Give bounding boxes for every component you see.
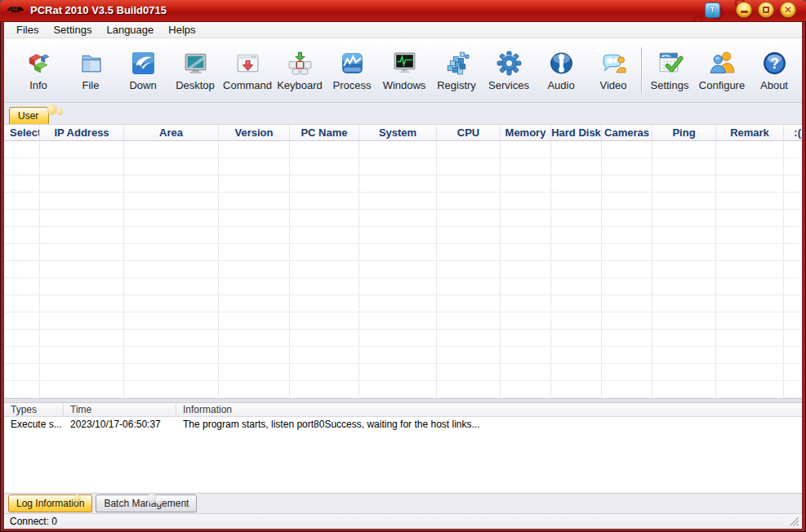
about-question-icon: ? (761, 50, 788, 77)
column-header-remark[interactable]: Remark (716, 125, 784, 140)
log-column-types[interactable]: Types (4, 403, 64, 416)
column-header-clipped[interactable]: :( (784, 125, 802, 140)
toolbar-button-services[interactable]: Services (483, 42, 535, 98)
table-column (602, 141, 652, 398)
table-column (219, 141, 290, 398)
toolbar-button-settings[interactable]: APRIL Settings (643, 42, 696, 98)
log-column-information[interactable]: Information (176, 403, 802, 416)
column-header-ping[interactable]: Ping (652, 125, 716, 140)
process-graph-icon (339, 50, 366, 77)
status-bar: Connect: 0 (4, 513, 802, 529)
table-column (501, 141, 551, 398)
table-column (716, 141, 784, 398)
toolbar-button-video[interactable]: Video (587, 42, 639, 98)
menu-bar: Files Settings Language Helps (4, 22, 802, 38)
connect-count-text: Connect: 0 (10, 516, 57, 527)
log-cell-time: 2023/10/17-06:50:37 (64, 417, 176, 432)
svg-text:?: ? (770, 55, 779, 72)
download-swallow-icon (130, 50, 157, 77)
column-header-select[interactable]: Select (4, 125, 40, 140)
column-header-system[interactable]: System (359, 125, 437, 140)
toolbar-button-info[interactable]: Info (12, 42, 65, 98)
title-bar[interactable]: PCRat 2010 V3.5 Build0715 ✕ (0, 0, 806, 22)
tab-user[interactable]: User (9, 107, 49, 124)
table-column (124, 141, 219, 398)
view-tabstrip: User (4, 103, 802, 124)
info-blocks-icon (25, 50, 52, 77)
toolbar-button-down[interactable]: Down (117, 42, 169, 98)
toolbar-button-registry[interactable]: Registry (430, 42, 483, 98)
column-header-ip-address[interactable]: IP Address (40, 125, 124, 140)
window-title: PCRat 2010 V3.5 Build0715 (30, 4, 705, 16)
resize-grip-icon[interactable] (789, 516, 800, 527)
log-row[interactable]: Execute s... 2023/10/17-06:50:37 The pro… (4, 417, 802, 432)
toolbar-label: Process (333, 79, 372, 91)
app-window: PCRat 2010 V3.5 Build0715 ✕ Files Settin… (0, 0, 806, 532)
column-header-hard-disk[interactable]: Hard Disk (551, 125, 602, 140)
shirt-icon (707, 5, 718, 16)
table-column (290, 141, 359, 398)
column-header-version[interactable]: Version (219, 125, 290, 140)
table-column (551, 141, 602, 398)
toolbar-label: Windows (383, 79, 426, 91)
minimize-button[interactable] (736, 2, 752, 18)
toolbar-button-windows[interactable]: Windows (378, 42, 430, 98)
bottom-tabstrip: Log Information Batch Management (4, 493, 802, 513)
toolbar-separator (641, 47, 642, 93)
column-header-memory[interactable]: Memory (501, 125, 551, 140)
log-cell-information: The program starts, listen port80Success… (176, 417, 802, 432)
table-column (4, 141, 40, 398)
svg-text:APRIL: APRIL (661, 55, 671, 58)
toolbar-button-file[interactable]: File (65, 42, 117, 98)
title-controls: ✕ (705, 2, 796, 18)
desktop-monitor-icon (182, 50, 209, 77)
log-cell-type: Execute s... (4, 417, 64, 432)
video-chat-icon (600, 50, 627, 77)
toolbar-label: Settings (651, 79, 689, 91)
toolbar-label: Command (223, 79, 272, 91)
log-table-body[interactable]: Execute s... 2023/10/17-06:50:37 The pro… (4, 417, 802, 493)
services-gear-icon (496, 50, 523, 77)
user-table-body[interactable] (4, 141, 802, 398)
toolbar-button-keyboard[interactable]: Keyboard (274, 42, 326, 98)
column-header-area[interactable]: Area (124, 125, 219, 140)
toolbar-label: Desktop (176, 79, 215, 91)
user-table-header: Select IP Address Area Version PC Name S… (4, 124, 802, 141)
toolbar-label: Video (599, 79, 626, 91)
toolbar-label: About (760, 79, 788, 91)
log-table-header: Types Time Information (4, 402, 802, 417)
toolbar: Info File Down (4, 38, 802, 103)
toolbar-label: Audio (547, 79, 574, 91)
decor-bubble (156, 498, 163, 504)
toolbar-label: Configure (699, 79, 745, 91)
menu-settings[interactable]: Settings (46, 22, 99, 38)
column-header-cameras[interactable]: Cameras (602, 125, 652, 140)
settings-calendar-icon: APRIL (657, 50, 684, 77)
log-column-time[interactable]: Time (64, 403, 176, 416)
bat-app-icon (7, 3, 24, 17)
toolbar-button-about[interactable]: ? About (748, 42, 800, 98)
toolbar-button-process[interactable]: Process (326, 42, 378, 98)
table-column (359, 141, 437, 398)
menu-helps[interactable]: Helps (161, 22, 203, 38)
column-header-cpu[interactable]: CPU (437, 125, 501, 140)
decor-bubble (73, 494, 81, 502)
table-column (40, 141, 124, 398)
toolbar-button-command[interactable]: Command (221, 42, 274, 98)
close-button[interactable]: ✕ (780, 2, 796, 18)
toolbar-button-configure[interactable]: Configure (696, 42, 748, 98)
toolbar-button-desktop[interactable]: Desktop (169, 42, 221, 98)
toolbar-button-audio[interactable]: Audio (535, 42, 587, 98)
close-icon: ✕ (784, 5, 792, 15)
toolbar-label: Services (488, 79, 529, 91)
skin-button[interactable] (705, 2, 720, 18)
maximize-button[interactable] (758, 2, 774, 18)
menu-language[interactable]: Language (99, 22, 161, 38)
command-window-icon (234, 50, 261, 77)
audio-phone-icon (548, 50, 575, 77)
toolbar-label: Down (129, 79, 156, 91)
keyboard-keys-icon (287, 50, 314, 77)
menu-files[interactable]: Files (9, 22, 46, 38)
minimize-icon (741, 11, 748, 13)
column-header-pc-name[interactable]: PC Name (290, 125, 359, 140)
